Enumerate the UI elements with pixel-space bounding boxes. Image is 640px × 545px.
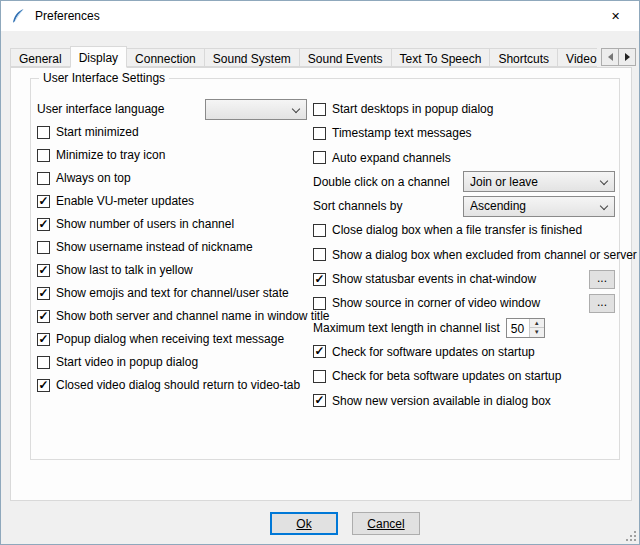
checkbox-icon — [313, 103, 326, 116]
cancel-button[interactable]: Cancel — [352, 512, 420, 535]
checkbox-always-on-top[interactable]: Always on top — [37, 168, 307, 188]
checkbox-label: Show number of users in channel — [56, 217, 234, 231]
statusbar-events-more-button[interactable]: ... — [589, 270, 615, 289]
checkbox-auto-expand-channels[interactable]: Auto expand channels — [313, 148, 615, 168]
ok-label: Ok — [296, 517, 311, 531]
checkbox-icon — [37, 126, 50, 139]
checkbox-label: Close dialog box when a file transfer is… — [332, 223, 582, 237]
checkbox-check-beta-updates[interactable]: Check for beta software updates on start… — [313, 366, 615, 386]
checkbox-label: Show statusbar events in chat-window — [332, 272, 536, 286]
checkbox-popup-on-text-message[interactable]: Popup dialog when receiving text message — [37, 329, 307, 349]
tab-scroll-left-button[interactable] — [601, 48, 619, 66]
checkbox-video-return-to-tab[interactable]: Closed video dialog should return to vid… — [37, 375, 307, 395]
tab-connection[interactable]: Connection — [126, 48, 205, 67]
tab-video[interactable]: Video — [557, 48, 597, 67]
cancel-label: Cancel — [367, 517, 404, 531]
checkbox-icon — [313, 394, 326, 407]
left-column: User interface language Start minimized … — [37, 99, 307, 398]
checkbox-icon — [313, 273, 326, 286]
spinner-value: 50 — [507, 319, 529, 337]
titlebar[interactable]: Preferences ✕ — [1, 1, 639, 31]
checkbox-label: Show last to talk in yellow — [56, 263, 193, 277]
checkbox-label: Start desktops in popup dialog — [332, 102, 493, 116]
checkbox-start-minimized[interactable]: Start minimized — [37, 122, 307, 142]
checkbox-label: Show both server and channel name in win… — [56, 309, 330, 323]
checkbox-label: Show username instead of nickname — [56, 240, 253, 254]
checkbox-label: Show new version available in dialog box — [332, 394, 551, 408]
max-text-length-row: Maximum text length in channel list 50 ▲… — [313, 318, 615, 338]
checkbox-minimize-to-tray[interactable]: Minimize to tray icon — [37, 145, 307, 165]
checkbox-new-version-dialog[interactable]: Show new version available in dialog box — [313, 391, 615, 411]
preferences-window: Preferences ✕ General Display Connection… — [0, 0, 640, 545]
checkbox-icon — [37, 264, 50, 277]
right-column: Start desktops in popup dialog Timestamp… — [313, 99, 615, 415]
tab-display[interactable]: Display — [70, 46, 127, 68]
checkbox-icon — [313, 370, 326, 383]
checkbox-label: Enable VU-meter updates — [56, 194, 194, 208]
checkbox-label: Show emojis and text for channel/user st… — [56, 286, 289, 300]
checkbox-emojis-text-state[interactable]: Show emojis and text for channel/user st… — [37, 283, 307, 303]
ok-button[interactable]: Ok — [270, 512, 338, 535]
checkbox-video-popup-dialog[interactable]: Start video in popup dialog — [37, 352, 307, 372]
checkbox-desktops-popup[interactable]: Start desktops in popup dialog — [313, 99, 615, 119]
checkbox-icon — [37, 218, 50, 231]
spinner-buttons: ▲ ▼ — [529, 319, 544, 337]
arrow-left-icon — [604, 53, 613, 61]
close-button[interactable]: ✕ — [593, 2, 638, 30]
checkbox-icon — [313, 248, 326, 261]
language-row: User interface language — [37, 99, 307, 119]
chevron-down-icon — [600, 177, 608, 185]
checkbox-icon — [37, 287, 50, 300]
checkbox-close-on-transfer-finished[interactable]: Close dialog box when a file transfer is… — [313, 220, 615, 240]
tab-shortcuts[interactable]: Shortcuts — [489, 48, 558, 67]
checkbox-video-source-corner[interactable]: Show source in corner of video window ..… — [313, 293, 615, 313]
checkbox-icon — [313, 345, 326, 358]
checkbox-label: Timestamp text messages — [332, 126, 472, 140]
checkbox-icon — [37, 149, 50, 162]
checkbox-statusbar-events[interactable]: Show statusbar events in chat-window ... — [313, 269, 615, 289]
sort-channels-row: Sort channels by Ascending — [313, 196, 615, 216]
video-source-more-button[interactable]: ... — [589, 294, 615, 313]
resize-grip[interactable] — [625, 530, 637, 542]
checkbox-icon — [37, 241, 50, 254]
max-text-length-spinner[interactable]: 50 ▲ ▼ — [506, 318, 545, 338]
checkbox-icon — [313, 127, 326, 140]
double-click-label: Double click on a channel — [313, 175, 463, 189]
checkbox-server-channel-in-title[interactable]: Show both server and channel name in win… — [37, 306, 307, 326]
checkbox-check-updates[interactable]: Check for software updates on startup — [313, 342, 615, 362]
tab-scroll — [602, 48, 636, 66]
checkbox-icon — [37, 195, 50, 208]
close-icon: ✕ — [611, 10, 620, 23]
checkbox-label: Start video in popup dialog — [56, 355, 198, 369]
sort-channels-value: Ascending — [470, 199, 526, 213]
tab-bar: General Display Connection Sound System … — [10, 46, 597, 68]
language-select[interactable] — [205, 99, 307, 120]
checkbox-label: Check for beta software updates on start… — [332, 369, 561, 383]
double-click-select[interactable]: Join or leave — [463, 171, 615, 192]
checkbox-last-talk-yellow[interactable]: Show last to talk in yellow — [37, 260, 307, 280]
tab-scroll-right-button[interactable] — [618, 48, 636, 66]
checkbox-icon — [313, 151, 326, 164]
checkbox-label: Closed video dialog should return to vid… — [56, 378, 300, 392]
tab-sound-system[interactable]: Sound System — [204, 48, 300, 67]
arrow-right-icon — [625, 53, 634, 61]
spin-up-icon[interactable]: ▲ — [530, 319, 544, 329]
tab-general[interactable]: General — [10, 48, 71, 67]
checkbox-vu-meter-updates[interactable]: Enable VU-meter updates — [37, 191, 307, 211]
checkbox-show-user-count[interactable]: Show number of users in channel — [37, 214, 307, 234]
checkbox-username-instead-nickname[interactable]: Show username instead of nickname — [37, 237, 307, 257]
checkbox-icon — [37, 172, 50, 185]
chevron-down-icon — [292, 104, 300, 112]
sort-channels-label: Sort channels by — [313, 199, 463, 213]
checkbox-excluded-dialog[interactable]: Show a dialog box when excluded from cha… — [313, 245, 615, 265]
checkbox-label: Show a dialog box when excluded from cha… — [332, 248, 637, 262]
spin-down-icon[interactable]: ▼ — [530, 328, 544, 337]
double-click-row: Double click on a channel Join or leave — [313, 172, 615, 192]
tab-page-display: User Interface Settings User interface l… — [10, 67, 632, 501]
tab-text-to-speech[interactable]: Text To Speech — [391, 48, 491, 67]
sort-channels-select[interactable]: Ascending — [463, 196, 615, 217]
app-icon — [10, 8, 26, 24]
tab-sound-events[interactable]: Sound Events — [299, 48, 392, 67]
checkbox-timestamp-messages[interactable]: Timestamp text messages — [313, 123, 615, 143]
chevron-down-icon — [600, 201, 608, 209]
